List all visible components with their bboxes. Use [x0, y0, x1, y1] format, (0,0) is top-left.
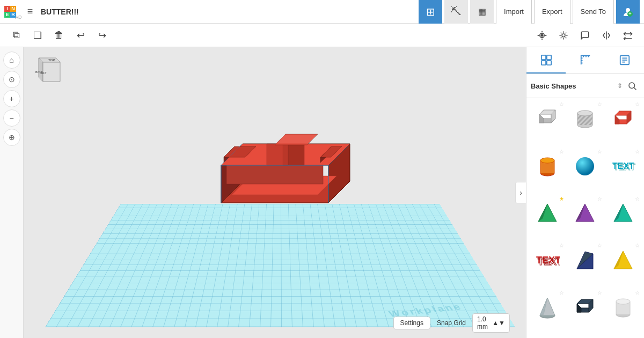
shapes-header: Basic Shapes ⇕ — [526, 74, 644, 98]
shape-img-text3d: TEXT TEXT — [609, 152, 637, 180]
right-panel: Basic Shapes ⇕ ☆ — [526, 47, 644, 338]
svg-text:TEXT: TEXT — [613, 163, 635, 172]
svg-text:LEFT: LEFT — [40, 71, 47, 75]
svg-line-15 — [566, 32, 567, 33]
shape-img-cylinder — [533, 152, 561, 180]
send-to-button[interactable]: Send To — [573, 0, 614, 24]
copy-button[interactable]: ⧉ — [6, 26, 26, 45]
svg-line-13 — [566, 37, 567, 38]
shape-pyramid-purple[interactable]: ☆ — [566, 195, 604, 232]
shape-pyramid-yellow[interactable]: ☆ — [604, 241, 642, 279]
flip-button[interactable] — [618, 26, 638, 45]
svg-marker-38 — [275, 134, 318, 145]
light-button[interactable] — [554, 26, 573, 45]
shape-pyramid-teal[interactable]: ☆ — [604, 195, 642, 232]
mirror-button[interactable] — [597, 26, 616, 45]
shape-star-cylinder-white[interactable]: ☆ — [635, 290, 640, 296]
shape-img-box-red — [609, 105, 637, 133]
user-button[interactable]: + — [616, 0, 640, 24]
shape-cone-gray[interactable]: ☆ — [529, 289, 566, 326]
3d-model[interactable] — [194, 112, 355, 230]
shape-pyramid-green[interactable]: ★ — [529, 195, 566, 232]
shape-prism-blue[interactable]: ☆ — [566, 241, 604, 279]
zoom-in-button[interactable]: + — [3, 90, 20, 107]
shape-sphere[interactable]: ☆ — [566, 148, 604, 185]
orbit-button[interactable]: ⊕ — [3, 129, 20, 146]
left-sidebar: ⌂ ⊙ + − ⊕ — [0, 47, 24, 338]
snap-grid-arrow[interactable]: ▲▼ — [492, 319, 505, 327]
settings-bar: Settings Snap Grid 1.0 mm ▲▼ — [393, 313, 510, 333]
home-view-button[interactable]: ⌂ — [3, 52, 20, 69]
logo: INER AD — [4, 6, 16, 18]
shape-star-prism-blue[interactable]: ☆ — [597, 243, 602, 248]
svg-line-14 — [561, 37, 562, 38]
shape-img-box-blue — [571, 293, 599, 321]
settings-button[interactable]: Settings — [393, 317, 430, 329]
zoom-out-button[interactable]: − — [3, 109, 20, 127]
camera-view-button[interactable] — [532, 26, 552, 45]
svg-marker-61 — [539, 114, 544, 123]
export-button[interactable]: Export — [534, 0, 570, 24]
shape-img-pyramid-yellow — [609, 247, 637, 275]
shape-star-sphere[interactable]: ☆ — [597, 149, 602, 155]
duplicate-button[interactable]: ❏ — [28, 26, 47, 45]
nav-tab-grid[interactable]: ⊞ — [419, 0, 442, 24]
shape-star-box-red[interactable]: ☆ — [635, 101, 640, 107]
shape-cylinder-striped[interactable]: ☆ — [566, 100, 604, 138]
shape-img-text-red: TEXT TEXT — [533, 247, 561, 275]
svg-marker-20 — [39, 58, 43, 82]
snap-grid-value: 1.0 mm — [477, 315, 492, 330]
shape-cylinder-white[interactable]: ☆ — [604, 289, 642, 326]
delete-button[interactable]: 🗑 — [49, 26, 69, 45]
snap-grid-input[interactable]: 1.0 mm ▲▼ — [472, 313, 510, 333]
shape-text-red[interactable]: ☆ TEXT TEXT — [529, 241, 566, 279]
redo-button[interactable]: ↪ — [92, 26, 112, 45]
shape-star-cylinder[interactable]: ☆ — [559, 149, 564, 155]
svg-rect-47 — [546, 60, 551, 64]
toolbar: ⧉ ❏ 🗑 ↩ ↪ — [0, 24, 644, 47]
rp-tab-rulers[interactable] — [566, 47, 605, 74]
svg-marker-31 — [226, 165, 323, 184]
svg-point-79 — [540, 158, 554, 163]
nav-tab-layers[interactable]: ▦ — [470, 0, 494, 24]
shape-star-box-blue[interactable]: ☆ — [597, 290, 602, 296]
shape-star-box[interactable]: ☆ — [559, 101, 564, 107]
fit-view-button[interactable]: ⊙ — [3, 71, 20, 88]
rp-tab-shapes[interactable] — [526, 47, 566, 74]
menu-button[interactable]: ≡ — [21, 3, 39, 20]
rp-tab-notes[interactable] — [605, 47, 644, 74]
shape-star-text-red[interactable]: ☆ — [559, 243, 564, 248]
speech-button[interactable] — [575, 26, 595, 45]
shape-img-cone-gray — [533, 293, 561, 321]
collapse-panel-button[interactable]: › — [515, 182, 526, 203]
shapes-search-button[interactable] — [625, 78, 640, 93]
viewport[interactable]: TOP BACK LEFT Workplane — [24, 47, 526, 338]
shapes-category-arrow[interactable]: ⇕ — [617, 82, 623, 90]
shape-box-red[interactable]: ☆ — [604, 100, 642, 138]
view-cube[interactable]: TOP BACK LEFT — [30, 54, 64, 88]
shape-star-cylinder-striped[interactable]: ☆ — [597, 101, 602, 107]
svg-marker-99 — [577, 304, 581, 312]
toolbar-right-icons — [532, 26, 638, 45]
shape-star-cone-gray[interactable]: ☆ — [559, 290, 564, 296]
shape-text3d[interactable]: ☆ TEXT TEXT — [604, 148, 642, 185]
nav-tab-tools[interactable]: ⛏ — [444, 0, 468, 24]
shape-star-pyramid-green[interactable]: ★ — [559, 196, 564, 202]
shape-star-pyramid-purple[interactable]: ☆ — [597, 196, 602, 202]
shape-star-pyramid-teal[interactable]: ☆ — [635, 196, 640, 202]
shape-star-pyramid-yellow[interactable]: ☆ — [635, 243, 640, 248]
import-button[interactable]: Import — [496, 0, 532, 24]
shape-img-prism-blue — [571, 247, 599, 275]
shape-box-blue[interactable]: ☆ — [566, 289, 604, 326]
shape-star-text3d[interactable]: ☆ — [635, 149, 640, 155]
svg-text:TEXT: TEXT — [538, 256, 560, 267]
shape-cylinder[interactable]: ☆ — [529, 148, 566, 185]
shape-box[interactable]: ☆ — [529, 100, 566, 138]
undo-button[interactable]: ↩ — [71, 26, 90, 45]
shape-img-pyramid-green — [533, 200, 561, 227]
snap-grid-label: Snap Grid — [437, 319, 466, 327]
svg-text:TOP: TOP — [48, 58, 55, 62]
svg-point-2 — [541, 34, 543, 36]
svg-rect-44 — [541, 55, 545, 59]
shapes-category-label[interactable]: Basic Shapes — [531, 82, 615, 90]
